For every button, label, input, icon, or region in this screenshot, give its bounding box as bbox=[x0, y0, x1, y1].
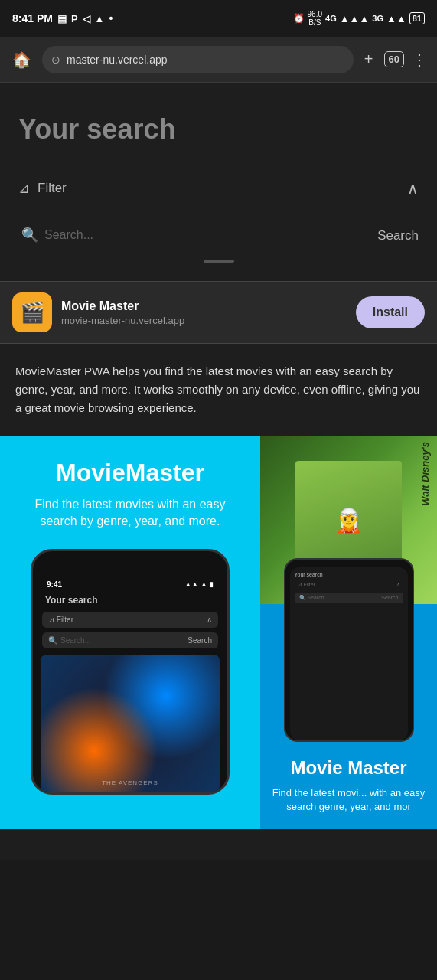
phone-search-btn: Search bbox=[188, 636, 212, 645]
disney-label: Walt Disney's bbox=[419, 442, 431, 506]
alarm-icon: ⏰ bbox=[293, 13, 305, 24]
location-icon: ◁ bbox=[83, 13, 90, 24]
card2-subtitle: Find the latest movi... with an easy sea… bbox=[269, 786, 428, 814]
app-description: MovieMaster PWA helps you find the lates… bbox=[0, 344, 437, 436]
tabs-count[interactable]: 60 bbox=[384, 51, 404, 67]
signal2-icon: ▲▲ bbox=[386, 13, 406, 24]
url-text: master-nu.vercel.app bbox=[67, 54, 344, 66]
phone2-content: Your search ⊿ Filter ∧ 🔍 Search... Searc… bbox=[290, 567, 408, 740]
search-row: 🔍 Search bbox=[18, 220, 419, 256]
main-content: Your search ⊿ Filter ∧ 🔍 Search 🎬 Movie … bbox=[0, 83, 437, 860]
status-left: 8:41 PM ▤ P ◁ ▲ • bbox=[12, 12, 113, 24]
filter-toggle-icon[interactable]: ∧ bbox=[407, 179, 419, 198]
data-speed: 96.0B/S bbox=[308, 10, 322, 27]
tab-icon: ⊙ bbox=[51, 54, 60, 66]
dot-icon: • bbox=[109, 12, 113, 24]
screenshots-gallery: MovieMaster Find the latest movies with … bbox=[0, 436, 437, 829]
search-button[interactable]: Search bbox=[377, 228, 419, 243]
phone-search-title: Your search bbox=[41, 595, 220, 612]
pwa-app-name: Movie Master bbox=[61, 299, 347, 313]
pwa-info: Movie Master movie-master-nu.vercel.app bbox=[61, 299, 347, 326]
pwa-install-banner: 🎬 Movie Master movie-master-nu.vercel.ap… bbox=[0, 281, 437, 344]
phone-filter-chevron: ∧ bbox=[207, 616, 212, 624]
phone-time: 9:41 bbox=[47, 580, 62, 589]
filter-bar[interactable]: ⊿ Filter ∧ bbox=[18, 168, 419, 208]
signal-icon: ▲▲▲ bbox=[340, 13, 370, 24]
brand-title: MovieMaster bbox=[15, 459, 245, 487]
phone-search-icon: 🔍 bbox=[48, 636, 57, 645]
phone-mockup-2: Your search ⊿ Filter ∧ 🔍 Search... Searc… bbox=[284, 558, 414, 742]
filter-left: ⊿ Filter bbox=[18, 180, 67, 197]
search-input-wrap: 🔍 bbox=[18, 220, 368, 250]
phone-status: 9:41 ▲▲▲▮ bbox=[41, 580, 220, 589]
p-icon: P bbox=[71, 13, 78, 24]
screenshot-card-1: MovieMaster Find the latest movies with … bbox=[0, 436, 260, 829]
avengers-text: THE AVENGERS bbox=[102, 779, 158, 786]
browser-bar: 🏠 ⊙ master-nu.vercel.app + 60 ⋮ bbox=[0, 37, 437, 83]
3g-icon: 3G bbox=[372, 14, 383, 23]
scroll-handle bbox=[204, 260, 234, 263]
card2-title: Movie Master bbox=[269, 757, 428, 779]
search-icon: 🔍 bbox=[21, 227, 38, 243]
4g-icon: 4G bbox=[325, 14, 337, 23]
phone2-title: Your search bbox=[295, 572, 403, 577]
pwa-app-icon: 🎬 bbox=[12, 292, 52, 332]
search-section: Your search ⊿ Filter ∧ 🔍 Search bbox=[0, 83, 437, 281]
poster-character: 🧝 bbox=[334, 507, 363, 534]
sim-icon: ▤ bbox=[57, 13, 67, 24]
pwa-app-url: movie-master-nu.vercel.app bbox=[61, 315, 347, 326]
more-menu-button[interactable]: ⋮ bbox=[412, 51, 428, 69]
filter-label: Filter bbox=[38, 181, 67, 196]
search-input[interactable] bbox=[44, 228, 365, 242]
phone-filter-icon: ⊿ Filter bbox=[48, 616, 73, 624]
phone-movie-image: THE AVENGERS bbox=[41, 655, 220, 792]
phone-signal-icons: ▲▲▲▮ bbox=[184, 580, 214, 588]
avengers-visual: THE AVENGERS bbox=[41, 655, 220, 792]
card2-text-area: Movie Master Find the latest movi... wit… bbox=[260, 742, 437, 829]
phone-search-row: 🔍 Search... Search bbox=[42, 632, 218, 648]
page-title: Your search bbox=[18, 113, 419, 145]
bottom-area bbox=[0, 829, 437, 860]
phone2-search: 🔍 Search... Search bbox=[295, 593, 403, 603]
wifi-icon: ▲ bbox=[95, 13, 105, 24]
phone-filter-row: ⊿ Filter ∧ bbox=[42, 612, 218, 628]
phone-search-placeholder: Search... bbox=[60, 636, 184, 645]
brand-subtitle: Find the latest movies with an easy sear… bbox=[15, 496, 245, 531]
home-button[interactable]: 🏠 bbox=[9, 47, 34, 72]
battery-indicator: 81 bbox=[409, 12, 425, 24]
phone-notch bbox=[99, 564, 161, 574]
url-bar[interactable]: ⊙ master-nu.vercel.app bbox=[42, 46, 354, 74]
time-display: 8:41 PM bbox=[12, 12, 53, 24]
install-button[interactable]: Install bbox=[356, 296, 425, 328]
new-tab-button[interactable]: + bbox=[361, 47, 377, 71]
phone-mockup-1: 9:41 ▲▲▲▮ Your search ⊿ Filter ∧ 🔍 Searc… bbox=[31, 549, 230, 795]
phone2-filter: ⊿ Filter ∧ bbox=[295, 580, 403, 590]
screenshot-card-2: Walt Disney's 🧝 Your search ⊿ Filter ∧ bbox=[260, 436, 437, 829]
filter-icon: ⊿ bbox=[18, 180, 30, 197]
status-right: ⏰ 96.0B/S 4G ▲▲▲ 3G ▲▲ 81 bbox=[293, 10, 425, 27]
status-bar: 8:41 PM ▤ P ◁ ▲ • ⏰ 96.0B/S 4G ▲▲▲ 3G ▲▲… bbox=[0, 0, 437, 37]
